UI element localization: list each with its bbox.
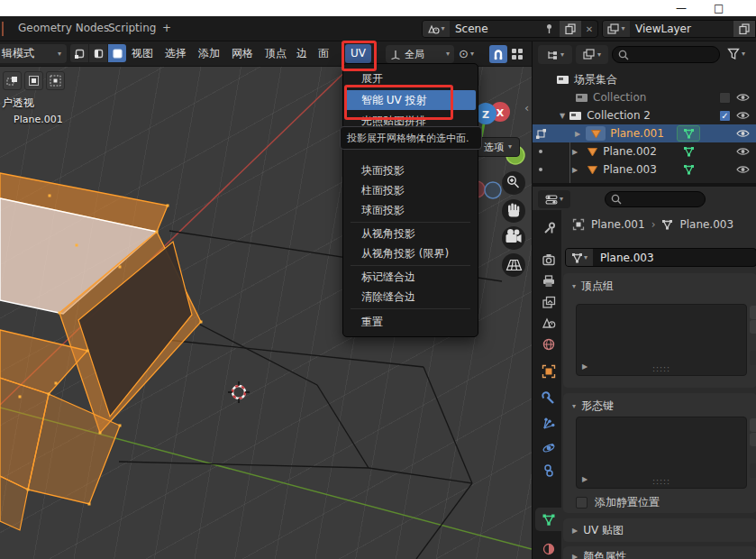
tab-scripting[interactable]: Scripting — [108, 16, 156, 41]
edge-select-toggle[interactable] — [89, 44, 107, 62]
shape-key-specials-button[interactable] — [750, 463, 756, 478]
select-extend-button[interactable] — [24, 71, 43, 90]
menu-item-project-from-view-bounds[interactable]: 从视角投影 (限界) — [345, 243, 476, 263]
sidebar-collapse-arrow[interactable]: ‹ — [524, 101, 529, 115]
vertex-select-toggle[interactable] — [70, 44, 88, 62]
view-layer-browse-button[interactable]: ▾ — [603, 21, 630, 37]
properties-editor-type-dropdown[interactable]: ▾ — [538, 190, 570, 208]
view-layer-name[interactable]: ViewLayer — [635, 23, 691, 35]
collection-checkbox-checked[interactable]: ✓ — [719, 110, 731, 122]
pin-icon[interactable] — [544, 23, 554, 34]
eye-icon[interactable] — [736, 129, 750, 138]
menu-item-clear-seam[interactable]: 清除缝合边 — [345, 287, 476, 307]
collection-checkbox[interactable] — [719, 92, 731, 104]
outliner-display-mode-dropdown[interactable]: ▾ — [538, 45, 572, 64]
menu-view[interactable]: 视图 — [132, 41, 153, 66]
expand-triangle[interactable]: ▶ — [575, 130, 580, 138]
scene-unlink-button[interactable]: ✕ — [581, 24, 597, 34]
tab-world[interactable] — [535, 333, 561, 356]
menu-item-project-from-view[interactable]: 从视角投影 — [345, 224, 476, 243]
shape-keys-list[interactable]: ▶ ::::: — [576, 417, 747, 489]
mode-dropdown[interactable]: 辑模式 ▾ — [0, 44, 67, 63]
outliner-row-scene-collection[interactable]: 场景集合 — [533, 70, 756, 88]
snap-options-button[interactable] — [511, 48, 524, 61]
shape-keys-header[interactable]: ▾ 形态键 — [563, 393, 756, 414]
menu-edge[interactable]: 边 — [296, 41, 307, 66]
mesh-data-browse-button[interactable]: ▾ — [566, 249, 593, 266]
vertex-groups-header[interactable]: ▾ 顶点组 — [563, 273, 756, 294]
tab-material[interactable] — [535, 537, 561, 559]
menu-item-smart-uv-project[interactable]: 智能 UV 投射 — [345, 90, 476, 110]
menu-item-sphere-projection[interactable]: 球面投影 — [345, 200, 476, 220]
menu-vertex[interactable]: 顶点 — [265, 41, 287, 66]
face-select-toggle[interactable] — [108, 44, 126, 62]
color-attributes-panel[interactable]: ▶ 颜色属性 — [563, 546, 756, 559]
scene-new-button[interactable] — [560, 21, 581, 37]
expand-triangle[interactable]: ▼ — [560, 112, 565, 120]
menu-select[interactable]: 选择 — [165, 41, 187, 66]
menu-item-mark-seam[interactable]: 标记缝合边 — [345, 267, 476, 287]
eye-icon[interactable] — [736, 147, 750, 156]
add-shape-key-button[interactable] — [750, 418, 756, 432]
maximize-button[interactable]: □ — [714, 1, 724, 15]
proportional-editing-dropdown[interactable]: ⊙ ▾ — [459, 47, 474, 61]
mesh-name-value[interactable]: Plane.003 — [593, 252, 654, 264]
select-subtract-button[interactable] — [46, 71, 65, 90]
vertex-groups-list[interactable]: ▶ ::::: — [576, 304, 747, 376]
remove-shape-key-button[interactable] — [750, 433, 756, 446]
menu-add[interactable]: 添加 — [198, 41, 220, 66]
menu-face[interactable]: 面 — [318, 41, 329, 66]
add-workspace-button[interactable]: + — [162, 16, 171, 41]
list-expand-triangle[interactable]: ▶ — [582, 362, 587, 371]
outliner-filter-type-dropdown[interactable]: ▾ — [576, 45, 608, 64]
outliner-row-collection[interactable]: Collection — [533, 88, 756, 106]
tab-modifiers[interactable] — [535, 387, 561, 410]
outliner-row-collection-2[interactable]: ▼ Collection 2 ✓ — [533, 106, 756, 124]
viewport-options-button[interactable]: 选项 ▾ — [476, 137, 520, 157]
orientation-dropdown[interactable]: 全局 ▾ — [386, 45, 454, 63]
snap-toggle[interactable] — [489, 45, 507, 63]
outliner-filter-button[interactable]: ▾ — [727, 48, 745, 60]
eye-icon[interactable] — [736, 93, 750, 102]
outliner-search-input[interactable] — [612, 46, 720, 63]
tab-object-data[interactable] — [535, 508, 561, 531]
menu-item-unwrap[interactable]: 展开 — [345, 69, 476, 88]
scene-selector[interactable]: ▾ Scene ✕ — [422, 20, 598, 38]
tab-particles[interactable] — [535, 412, 561, 435]
grid-cage-button[interactable] — [502, 253, 525, 277]
tab-tool[interactable] — [535, 216, 561, 240]
selected-mesh[interactable] — [0, 173, 203, 530]
view-layer-selector[interactable]: ▾ ViewLayer — [602, 20, 756, 38]
tab-object[interactable] — [535, 360, 561, 383]
breadcrumb-object-name[interactable]: Plane.001 — [591, 218, 645, 231]
vertex-group-specials-button[interactable] — [750, 351, 756, 365]
remove-vertex-group-button[interactable] — [750, 320, 756, 334]
list-expand-triangle[interactable]: ▶ — [582, 475, 587, 483]
breadcrumb-data-name[interactable]: Plane.003 — [679, 218, 733, 231]
tab-constraints[interactable] — [535, 459, 561, 482]
resize-grip[interactable]: ::::: — [652, 364, 670, 373]
tab-scene[interactable] — [535, 311, 561, 334]
expand-triangle[interactable]: ▶ — [572, 148, 578, 156]
eye-icon[interactable] — [736, 111, 750, 120]
properties-search-input[interactable] — [605, 191, 706, 207]
tab-physics[interactable] — [535, 436, 561, 460]
outliner-row-plane-001[interactable]: ▶ Plane.001 — [533, 124, 756, 142]
menu-mesh[interactable]: 网格 — [232, 41, 253, 66]
add-vertex-group-button[interactable] — [750, 306, 756, 319]
gizmo-neg-z[interactable] — [485, 182, 501, 198]
resize-grip[interactable]: ::::: — [652, 477, 670, 486]
tab-geometry-nodes[interactable]: Geometry Nodes — [18, 16, 109, 41]
expand-triangle[interactable]: ▶ — [572, 166, 578, 174]
menu-uv[interactable]: UV — [345, 44, 371, 63]
minimize-button[interactable]: — — [676, 1, 687, 15]
scene-browse-button[interactable]: ▾ — [423, 21, 450, 37]
menu-item-cube-projection[interactable]: 块面投影 — [345, 160, 476, 180]
rest-position-checkbox[interactable] — [576, 497, 587, 509]
view-layer-new-button[interactable] — [733, 21, 755, 37]
uv-maps-panel[interactable]: ▶ UV 贴图 — [563, 518, 756, 542]
select-set-button[interactable] — [3, 71, 22, 90]
mesh-name-field[interactable]: ▾ Plane.003 — [565, 248, 756, 267]
scene-name[interactable]: Scene — [455, 23, 539, 35]
menu-item-cylinder-projection[interactable]: 柱面投影 — [345, 180, 476, 200]
